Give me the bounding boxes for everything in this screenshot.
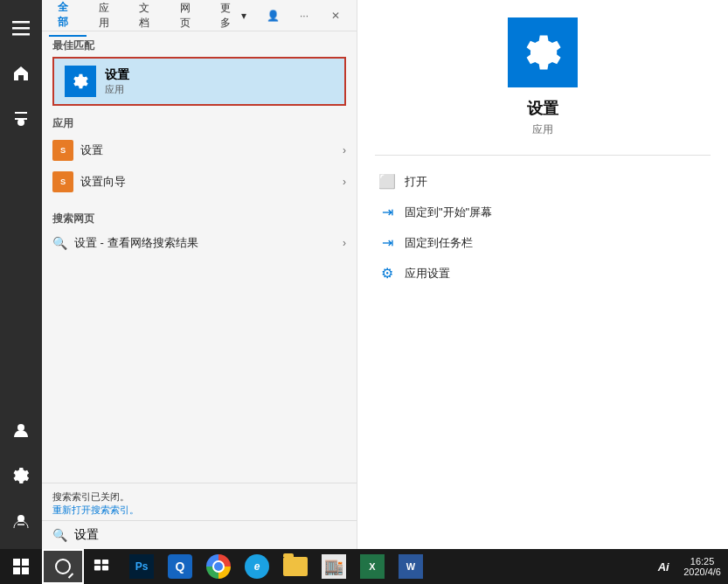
word-icon: W [399,554,423,579]
svg-rect-3 [15,112,27,114]
detail-action-open-label: 打开 [405,174,427,190]
taskbar-app-ie[interactable]: e [238,549,276,584]
svg-text:S: S [60,177,66,186]
search-input[interactable] [74,528,346,542]
best-match-item[interactable]: 设置 应用 [52,57,346,106]
status-text: 搜索索引已关闭。 [52,491,129,502]
app-item-arrow-1: › [343,144,346,156]
svg-rect-19 [102,566,108,570]
app-settings-gear-icon: ⚙ [378,265,396,282]
app-item-settings[interactable]: S 设置 › [42,135,357,166]
detail-action-open[interactable]: ⬜ 打开 [375,166,711,197]
app-item-settings-wizard[interactable]: S 设置向导 › [42,166,357,198]
window-controls: 👤 ··· ✕ [259,0,350,31]
app-settings-icon: S [52,140,73,161]
web-search-item[interactable]: 🔍 设置 - 查看网络搜索结果 › [42,230,357,256]
sidebar-settings-icon[interactable] [0,455,42,497]
search-input-icon: 🔍 [52,528,67,542]
excel-icon: X [360,554,385,579]
folder-icon [283,557,308,576]
web-item-text: 设置 - 查看网络搜索结果 [74,235,336,251]
chrome-icon [206,554,231,579]
svg-point-5 [17,119,24,126]
detail-action-app-settings-label: 应用设置 [405,266,450,282]
svg-text:S: S [60,146,66,155]
sidebar-menu-button[interactable] [0,7,42,49]
detail-app-icon [508,17,578,87]
start-icon [13,559,29,574]
detail-action-pin-taskbar[interactable]: ⇥ 固定到任务栏 [375,227,711,258]
best-match-label: 最佳匹配 [42,31,357,57]
sidebar-user-icon[interactable] [0,409,42,451]
taskbar-right: 16:25 2020/4/6 [683,556,728,577]
reopen-index-link[interactable]: 重新打开搜索索引。 [52,504,139,515]
detail-action-pin-start[interactable]: ⇥ 固定到"开始"屏幕 [375,197,711,227]
taskbar-app-chrome[interactable] [199,549,238,584]
taskbar-app-folder[interactable] [276,549,315,584]
status-bar: 搜索索引已关闭。 重新打开搜索索引。 [42,483,357,520]
taskbar-clock: 16:25 2020/4/6 [683,556,721,577]
detail-title: 设置 [527,98,558,119]
tab-more[interactable]: 更多 ▾ [211,0,255,36]
q-app-icon: Q [168,554,192,579]
detail-subtitle: 应用 [532,122,553,137]
sidebar-contact-icon[interactable] [0,98,42,140]
more-options-button[interactable]: ··· [290,0,318,31]
app-settings-wizard-icon: S [52,171,73,192]
start-button[interactable] [0,549,42,584]
app-item-settings-label: 设置 [80,143,336,158]
svg-rect-1 [12,27,30,30]
search-panel: 全部 应用 文档 网页 更多 ▾ 👤 ··· ✕ 最佳匹配 [42,0,357,549]
clock-date: 2020/4/6 [683,567,721,577]
taskbar-ai-label[interactable]: Ai [643,549,683,584]
taskbar-app-store[interactable]: 🏬 [315,549,353,584]
detail-action-pin-taskbar-label: 固定到任务栏 [405,235,473,251]
open-icon: ⬜ [378,173,396,190]
sidebar-home-icon[interactable] [0,52,42,94]
taskbar-search-button[interactable] [42,549,84,584]
close-button[interactable]: ✕ [322,0,350,31]
tab-web[interactable]: 网页 [171,0,209,36]
search-input-bar: 🔍 [42,520,357,549]
pin-start-icon: ⇥ [378,204,396,220]
app-item-arrow-2: › [343,176,346,188]
ie-icon: e [245,554,269,579]
search-tabs: 全部 应用 文档 网页 更多 ▾ 👤 ··· ✕ [42,0,357,31]
svg-rect-18 [94,566,101,570]
detail-actions: ⬜ 打开 ⇥ 固定到"开始"屏幕 ⇥ 固定到任务栏 ⚙ 应用设置 [375,166,711,289]
web-section: 搜索网页 🔍 设置 - 查看网络搜索结果 › [42,201,357,260]
taskbar-app-word[interactable]: W [392,549,430,584]
start-menu: 全部 应用 文档 网页 更多 ▾ 👤 ··· ✕ 最佳匹配 [0,0,728,549]
svg-rect-2 [12,33,30,36]
account-button[interactable]: 👤 [259,0,287,31]
sidebar-person-icon[interactable] [0,500,42,542]
app-item-wizard-label: 设置向导 [80,174,336,190]
taskbar-apps: Ps Q e 🏬 X W [119,549,643,584]
store-icon: 🏬 [322,554,346,579]
svg-rect-16 [94,560,101,564]
pin-taskbar-icon: ⇥ [378,234,396,251]
task-view-button[interactable] [84,549,119,584]
detail-action-app-settings[interactable]: ⚙ 应用设置 [375,258,711,289]
apps-section-label: 应用 [42,109,357,135]
detail-action-pin-start-label: 固定到"开始"屏幕 [405,205,492,220]
svg-rect-0 [12,21,30,24]
clock-time: 16:25 [690,556,715,567]
taskbar-app-excel[interactable]: X [353,549,392,584]
svg-point-6 [17,424,24,431]
photoshop-icon: Ps [129,554,154,579]
taskbar-app-photoshop[interactable]: Ps [122,549,161,584]
web-item-arrow: › [343,237,346,249]
left-sidebar [0,0,42,549]
tab-apps[interactable]: 应用 [90,0,128,36]
detail-divider [375,155,711,156]
best-match-text: 设置 应用 [105,67,129,96]
tab-docs[interactable]: 文档 [130,0,168,36]
svg-rect-17 [102,560,108,564]
search-web-icon: 🔍 [52,236,67,250]
taskbar-app-q[interactable]: Q [161,549,199,584]
web-section-label: 搜索网页 [42,205,357,230]
detail-panel: 设置 应用 ⬜ 打开 ⇥ 固定到"开始"屏幕 ⇥ 固定到任务栏 ⚙ 应用设置 [357,0,728,549]
taskbar: Ps Q e 🏬 X W [0,549,728,584]
taskbar-search-icon [55,559,71,574]
